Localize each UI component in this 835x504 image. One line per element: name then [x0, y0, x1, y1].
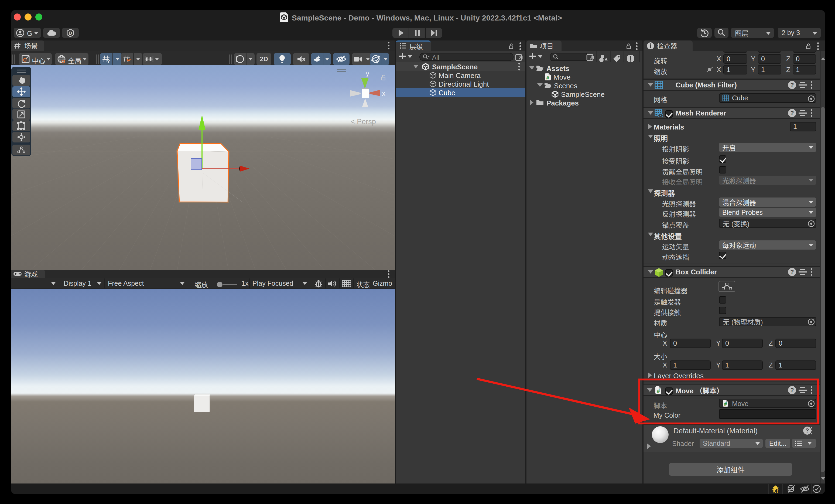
- svg-text:x: x: [382, 89, 385, 97]
- svg-text:!: !: [776, 489, 778, 493]
- svg-text:#: #: [546, 75, 549, 81]
- svg-text:y: y: [366, 69, 369, 77]
- svg-text:Y: Y: [107, 59, 110, 63]
- svg-text:D: D: [69, 31, 72, 36]
